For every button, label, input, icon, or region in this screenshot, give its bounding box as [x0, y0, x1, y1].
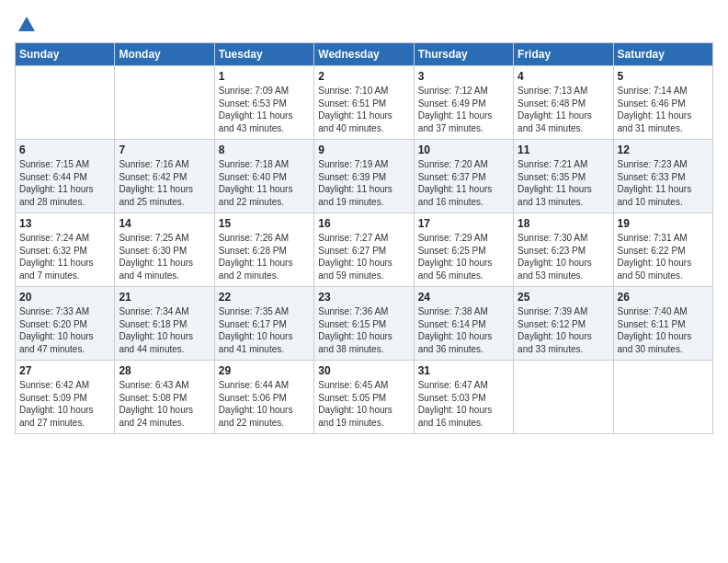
logo	[15, 15, 37, 35]
calendar-cell: 1Sunrise: 7:09 AMSunset: 6:53 PMDaylight…	[214, 66, 313, 140]
calendar-cell: 6Sunrise: 7:15 AMSunset: 6:44 PMDaylight…	[16, 140, 115, 213]
day-info: Sunrise: 7:33 AMSunset: 6:20 PMDaylight:…	[19, 305, 110, 355]
calendar-cell: 13Sunrise: 7:24 AMSunset: 6:32 PMDayligh…	[16, 213, 115, 287]
day-number: 7	[119, 144, 210, 156]
day-info: Sunrise: 7:34 AMSunset: 6:18 PMDaylight:…	[119, 305, 210, 355]
calendar-cell: 24Sunrise: 7:38 AMSunset: 6:14 PMDayligh…	[414, 287, 513, 361]
calendar-cell: 22Sunrise: 7:35 AMSunset: 6:17 PMDayligh…	[214, 287, 313, 361]
day-info: Sunrise: 6:45 AMSunset: 5:05 PMDaylight:…	[318, 379, 409, 429]
day-info: Sunrise: 6:47 AMSunset: 5:03 PMDaylight:…	[418, 379, 509, 429]
day-info: Sunrise: 7:27 AMSunset: 6:27 PMDaylight:…	[318, 232, 409, 282]
day-info: Sunrise: 7:16 AMSunset: 6:42 PMDaylight:…	[119, 158, 210, 208]
calendar-cell: 16Sunrise: 7:27 AMSunset: 6:27 PMDayligh…	[314, 213, 414, 287]
day-of-week-header: Friday	[514, 43, 613, 66]
day-info: Sunrise: 7:29 AMSunset: 6:25 PMDaylight:…	[418, 232, 509, 282]
calendar-cell: 29Sunrise: 6:44 AMSunset: 5:06 PMDayligh…	[214, 361, 313, 434]
day-number: 14	[119, 217, 210, 230]
calendar-week-row: 1Sunrise: 7:09 AMSunset: 6:53 PMDaylight…	[16, 66, 713, 140]
calendar-cell: 28Sunrise: 6:43 AMSunset: 5:08 PMDayligh…	[115, 361, 214, 434]
calendar-cell: 23Sunrise: 7:36 AMSunset: 6:15 PMDayligh…	[314, 287, 414, 361]
calendar-cell: 15Sunrise: 7:26 AMSunset: 6:28 PMDayligh…	[214, 213, 313, 287]
day-info: Sunrise: 7:10 AMSunset: 6:51 PMDaylight:…	[318, 85, 409, 134]
day-number: 22	[219, 291, 310, 304]
day-info: Sunrise: 7:31 AMSunset: 6:22 PMDaylight:…	[618, 232, 709, 282]
day-number: 6	[19, 144, 110, 156]
day-number: 26	[618, 291, 709, 304]
day-number: 30	[318, 364, 409, 377]
calendar-week-row: 27Sunrise: 6:42 AMSunset: 5:09 PMDayligh…	[16, 361, 713, 434]
day-info: Sunrise: 7:24 AMSunset: 6:32 PMDaylight:…	[19, 232, 110, 282]
day-info: Sunrise: 7:18 AMSunset: 6:40 PMDaylight:…	[219, 158, 310, 208]
day-info: Sunrise: 7:40 AMSunset: 6:11 PMDaylight:…	[618, 305, 709, 355]
day-number: 11	[518, 144, 609, 156]
day-number: 27	[19, 364, 110, 377]
header	[15, 15, 713, 35]
day-number: 13	[19, 217, 110, 230]
calendar-cell: 25Sunrise: 7:39 AMSunset: 6:12 PMDayligh…	[514, 287, 613, 361]
day-number: 15	[219, 217, 310, 230]
calendar-week-row: 20Sunrise: 7:33 AMSunset: 6:20 PMDayligh…	[16, 287, 713, 361]
day-info: Sunrise: 7:21 AMSunset: 6:35 PMDaylight:…	[518, 158, 609, 208]
calendar-cell: 30Sunrise: 6:45 AMSunset: 5:05 PMDayligh…	[314, 361, 414, 434]
day-number: 4	[518, 70, 609, 83]
logo-icon	[17, 15, 37, 35]
day-info: Sunrise: 7:09 AMSunset: 6:53 PMDaylight:…	[219, 85, 310, 134]
day-number: 20	[19, 291, 110, 304]
calendar-cell: 12Sunrise: 7:23 AMSunset: 6:33 PMDayligh…	[613, 140, 712, 213]
calendar-cell: 10Sunrise: 7:20 AMSunset: 6:37 PMDayligh…	[414, 140, 513, 213]
day-of-week-header: Thursday	[414, 43, 513, 66]
calendar-week-row: 6Sunrise: 7:15 AMSunset: 6:44 PMDaylight…	[16, 140, 713, 213]
day-number: 5	[618, 70, 709, 83]
day-number: 18	[518, 217, 609, 230]
day-number: 8	[219, 144, 310, 156]
day-number: 1	[219, 70, 310, 83]
day-number: 12	[618, 144, 709, 156]
day-info: Sunrise: 7:35 AMSunset: 6:17 PMDaylight:…	[219, 305, 310, 355]
calendar-cell: 14Sunrise: 7:25 AMSunset: 6:30 PMDayligh…	[115, 213, 214, 287]
calendar-cell: 31Sunrise: 6:47 AMSunset: 5:03 PMDayligh…	[414, 361, 513, 434]
day-info: Sunrise: 7:25 AMSunset: 6:30 PMDaylight:…	[119, 232, 210, 282]
calendar-cell: 17Sunrise: 7:29 AMSunset: 6:25 PMDayligh…	[414, 213, 513, 287]
day-number: 28	[119, 364, 210, 377]
day-info: Sunrise: 7:30 AMSunset: 6:23 PMDaylight:…	[518, 232, 609, 282]
calendar-week-row: 13Sunrise: 7:24 AMSunset: 6:32 PMDayligh…	[16, 213, 713, 287]
day-info: Sunrise: 7:14 AMSunset: 6:46 PMDaylight:…	[618, 85, 709, 134]
calendar-cell: 20Sunrise: 7:33 AMSunset: 6:20 PMDayligh…	[16, 287, 115, 361]
calendar-cell: 26Sunrise: 7:40 AMSunset: 6:11 PMDayligh…	[613, 287, 712, 361]
day-number: 17	[418, 217, 509, 230]
day-of-week-header: Monday	[115, 43, 214, 66]
day-info: Sunrise: 7:20 AMSunset: 6:37 PMDaylight:…	[418, 158, 509, 208]
svg-marker-0	[18, 17, 35, 31]
day-info: Sunrise: 7:23 AMSunset: 6:33 PMDaylight:…	[618, 158, 709, 208]
day-of-week-header: Saturday	[613, 43, 712, 66]
day-info: Sunrise: 7:13 AMSunset: 6:48 PMDaylight:…	[518, 85, 609, 134]
day-number: 19	[618, 217, 709, 230]
day-number: 16	[318, 217, 409, 230]
day-number: 25	[518, 291, 609, 304]
day-number: 31	[418, 364, 509, 377]
day-number: 23	[318, 291, 409, 304]
calendar-cell: 3Sunrise: 7:12 AMSunset: 6:49 PMDaylight…	[414, 66, 513, 140]
day-number: 29	[219, 364, 310, 377]
calendar-cell: 7Sunrise: 7:16 AMSunset: 6:42 PMDaylight…	[115, 140, 214, 213]
calendar-cell: 9Sunrise: 7:19 AMSunset: 6:39 PMDaylight…	[314, 140, 414, 213]
day-info: Sunrise: 6:42 AMSunset: 5:09 PMDaylight:…	[19, 379, 110, 429]
day-number: 2	[318, 70, 409, 83]
day-info: Sunrise: 7:19 AMSunset: 6:39 PMDaylight:…	[318, 158, 409, 208]
day-info: Sunrise: 7:12 AMSunset: 6:49 PMDaylight:…	[418, 85, 509, 134]
calendar-cell: 4Sunrise: 7:13 AMSunset: 6:48 PMDaylight…	[514, 66, 613, 140]
day-info: Sunrise: 6:43 AMSunset: 5:08 PMDaylight:…	[119, 379, 210, 429]
day-of-week-header: Wednesday	[314, 43, 414, 66]
calendar-table: SundayMondayTuesdayWednesdayThursdayFrid…	[15, 42, 713, 434]
calendar-cell: 19Sunrise: 7:31 AMSunset: 6:22 PMDayligh…	[613, 213, 712, 287]
day-number: 10	[418, 144, 509, 156]
day-info: Sunrise: 7:39 AMSunset: 6:12 PMDaylight:…	[518, 305, 609, 355]
calendar-cell: 18Sunrise: 7:30 AMSunset: 6:23 PMDayligh…	[514, 213, 613, 287]
calendar-cell	[16, 66, 115, 140]
day-info: Sunrise: 7:38 AMSunset: 6:14 PMDaylight:…	[418, 305, 509, 355]
day-info: Sunrise: 7:26 AMSunset: 6:28 PMDaylight:…	[219, 232, 310, 282]
day-of-week-header: Sunday	[16, 43, 115, 66]
calendar-cell	[613, 361, 712, 434]
calendar-cell: 8Sunrise: 7:18 AMSunset: 6:40 PMDaylight…	[214, 140, 313, 213]
calendar-cell	[514, 361, 613, 434]
